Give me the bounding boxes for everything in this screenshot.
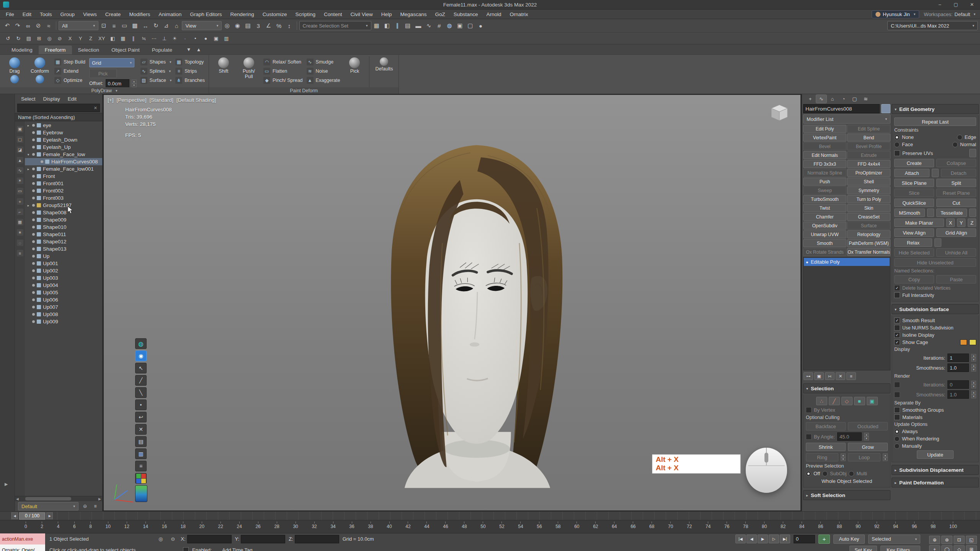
- pick-surface-button[interactable]: Pick: [89, 69, 117, 78]
- remove-modifier-icon[interactable]: ✕: [836, 372, 845, 380]
- explorer-menu-item[interactable]: Display: [39, 96, 64, 102]
- visibility-dot-icon[interactable]: [32, 153, 35, 156]
- project-folder-field[interactable]: C:\Users\UI...ds Max 2022▾: [887, 21, 978, 30]
- set-key-button[interactable]: Set Key: [849, 546, 877, 551]
- render-smoothness-checkbox[interactable]: [894, 392, 900, 398]
- ribbon-tab[interactable]: Selection: [72, 46, 106, 54]
- display-shapes-icon[interactable]: ∿: [17, 167, 23, 174]
- motion-tab[interactable]: ◔: [838, 95, 849, 103]
- visibility-dot-icon[interactable]: [32, 175, 35, 178]
- edit-geometry-rollout-header[interactable]: Edit Geometry: [892, 104, 979, 114]
- display-cameras-icon[interactable]: ▭: [17, 188, 23, 194]
- named-selection-set-field[interactable]: Create Selection Set▾: [299, 21, 371, 30]
- topology-icon[interactable]: ▦Topology: [175, 58, 205, 66]
- timeline-tick[interactable]: 16: [162, 522, 167, 533]
- loop-button[interactable]: Loop: [848, 453, 880, 461]
- add-time-tag-button[interactable]: Add Time Tag: [222, 547, 252, 551]
- visibility-dot-icon[interactable]: [32, 197, 35, 199]
- timeline-tick[interactable]: 8: [89, 522, 92, 533]
- modifier-button[interactable]: Sweep: [803, 186, 846, 194]
- scene-object-row[interactable]: Eyelash_Down: [25, 136, 102, 143]
- scene-object-row[interactable]: Up005: [25, 289, 102, 296]
- undo-icon[interactable]: ↶: [2, 21, 12, 31]
- scene-object-row[interactable]: Group52197: [25, 202, 102, 209]
- modifier-button[interactable]: Shell: [847, 178, 890, 186]
- display-groups-icon[interactable]: ▦: [17, 219, 23, 225]
- preserve-uvs-checkbox[interactable]: [894, 150, 900, 156]
- msmooth-button[interactable]: MSmooth: [894, 209, 925, 217]
- timeline-tick[interactable]: 90: [856, 522, 861, 533]
- brush-preset-medium-icon[interactable]: •: [190, 34, 200, 42]
- menu-item[interactable]: Tools: [36, 11, 56, 17]
- paste-button[interactable]: Paste: [936, 275, 976, 284]
- select-none-icon[interactable]: ▢: [17, 136, 23, 143]
- timeline-tick[interactable]: 4: [57, 522, 60, 533]
- timeline-tick[interactable]: 64: [612, 522, 617, 533]
- hide-selected-button[interactable]: Hide Selected: [894, 248, 934, 257]
- spacing-tool-icon[interactable]: ⋯: [149, 34, 159, 42]
- visibility-dot-icon[interactable]: [32, 291, 35, 294]
- smooth-result-checkbox[interactable]: [894, 318, 900, 323]
- explorer-search-input[interactable]: ✕: [17, 104, 100, 112]
- zoom-all-icon[interactable]: ⊛: [941, 536, 952, 544]
- vertex-icon[interactable]: ∴: [816, 397, 827, 405]
- ribbon-tab[interactable]: Freeform: [39, 46, 72, 54]
- paint-deform-section-label[interactable]: Paint Deform: [209, 87, 399, 94]
- display-smoothness-spinner[interactable]: ▴▾: [971, 364, 976, 372]
- by-angle-checkbox[interactable]: [806, 434, 812, 440]
- field-of-view-icon[interactable]: ◇: [954, 545, 965, 551]
- go-to-end-button[interactable]: ▶|: [780, 535, 790, 543]
- visibility-dot-icon[interactable]: [32, 306, 35, 308]
- modifier-button[interactable]: Smooth: [803, 239, 846, 247]
- update-always-radio[interactable]: [894, 429, 900, 434]
- timeline-tick[interactable]: 56: [537, 522, 542, 533]
- select-and-move-icon[interactable]: ↔: [140, 21, 150, 31]
- select-and-link-icon[interactable]: ∞: [23, 21, 33, 31]
- ribbon-tab[interactable]: Modeling: [5, 46, 39, 54]
- angle-spinner[interactable]: ▴▾: [864, 433, 869, 440]
- polygon-icon[interactable]: ■: [854, 397, 865, 405]
- expand-arrow-icon[interactable]: [26, 204, 30, 207]
- grid-align-button[interactable]: Grid Align: [936, 228, 976, 237]
- visibility-dot-icon[interactable]: [32, 320, 35, 323]
- modifier-button[interactable]: Skin: [847, 204, 890, 212]
- explorer-list-icon[interactable]: ≡: [91, 502, 99, 510]
- previous-frame-arrow[interactable]: ◀: [11, 512, 18, 519]
- flatten-icon[interactable]: ▭Flatten: [263, 67, 303, 75]
- scene-object-row[interactable]: Up001: [25, 260, 102, 267]
- display-smoothness-field[interactable]: 1.0: [947, 364, 969, 372]
- timeline-tick[interactable]: 82: [781, 522, 786, 533]
- window-crossing-icon[interactable]: ▩: [130, 21, 140, 31]
- align-tool-icon[interactable]: ∥: [128, 34, 138, 42]
- timeline-tick[interactable]: 60: [574, 522, 579, 533]
- timeline-tick[interactable]: 70: [668, 522, 673, 533]
- array-tool-icon[interactable]: ▦: [118, 34, 128, 42]
- render-setup-icon[interactable]: ▣: [455, 21, 465, 31]
- visibility-dot-icon[interactable]: [32, 146, 35, 148]
- modifier-button[interactable]: Surface: [847, 222, 890, 230]
- undo-stroke-icon[interactable]: ↩: [135, 412, 147, 422]
- modifier-button[interactable]: PathDeform (WSM): [847, 239, 890, 247]
- display-hidden-icon[interactable]: ◌: [17, 240, 23, 246]
- user-account-button[interactable]: Hyunsuk Jin ▾: [872, 10, 919, 18]
- menu-item[interactable]: Content: [320, 11, 346, 17]
- ornatrix-icon[interactable]: ◍: [135, 338, 147, 349]
- material-editor-icon[interactable]: ◍: [444, 21, 454, 31]
- redo-icon[interactable]: ↷: [13, 21, 23, 31]
- relax-button[interactable]: Relax: [894, 238, 932, 247]
- conform-alt-icon[interactable]: [36, 75, 44, 83]
- isolate-selection-icon[interactable]: ◎: [44, 34, 54, 42]
- timeline-tick[interactable]: 20: [199, 522, 204, 533]
- align-icon[interactable]: ∥: [392, 21, 402, 31]
- explorer-hscrollbar[interactable]: ◀ ▶: [15, 496, 102, 501]
- conform-tool[interactable]: Conform: [29, 56, 51, 87]
- by-vertex-checkbox[interactable]: [806, 407, 812, 413]
- slice-plane-button[interactable]: Slice Plane: [894, 179, 934, 187]
- menu-item[interactable]: Animation: [154, 11, 186, 17]
- utilities-tab[interactable]: ≋: [861, 95, 871, 103]
- create-new-layer-icon[interactable]: ⊞: [34, 34, 44, 42]
- relax-settings-button[interactable]: [934, 238, 941, 247]
- select-object-icon[interactable]: ⊡: [99, 21, 109, 31]
- exaggerate-icon[interactable]: ▲Exaggerate: [307, 77, 340, 84]
- menu-item[interactable]: Arnold: [482, 11, 506, 17]
